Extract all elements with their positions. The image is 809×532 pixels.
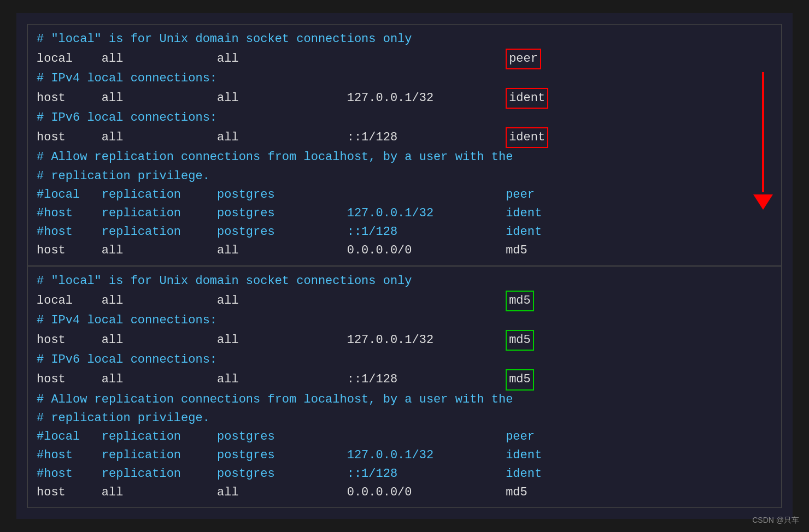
code-line: # "local" is for Unix domain socket conn… [37,272,772,291]
comment-text: # replication privilege. [37,411,210,425]
col-database: all [102,486,217,499]
panel-bottom: # "local" is for Unix domain socket conn… [27,266,782,508]
col-type: host [37,486,102,499]
col-database: replication [102,467,217,481]
col-type: #local [37,430,102,444]
col-auth-highlighted: md5 [506,291,534,311]
col-user: postgres [217,448,347,462]
comment-text: # IPv4 local connections: [37,72,217,85]
arrow-indicator [753,72,773,210]
code-line: # Allow replication connections from loc… [37,148,772,167]
col-auth-highlighted: md5 [506,330,534,351]
code-line: #host replication postgres ::1/128 ident [37,465,772,483]
col-address: 127.0.0.1/32 [347,206,506,220]
col-auth: ident [506,467,542,481]
col-database: replication [102,430,217,444]
col-type: local [37,294,102,308]
col-auth-highlighted: md5 [506,369,534,390]
comment-text: # IPv4 local connections: [37,314,217,327]
col-type: host [37,373,102,386]
col-address: 127.0.0.1/32 [347,448,506,462]
code-line: host all all 0.0.0.0/0 md5 [37,241,772,260]
col-user: all [217,373,347,386]
code-line: # "local" is for Unix domain socket conn… [37,30,772,49]
code-line: # IPv4 local connections: [37,69,772,88]
col-type: #host [37,225,102,239]
code-line: # IPv6 local connections: [37,351,772,369]
col-auth: md5 [506,244,527,257]
col-address: ::1/128 [347,225,506,239]
col-auth: ident [506,206,542,220]
code-line: #host replication postgres 127.0.0.1/32 … [37,446,772,465]
col-address: ::1/128 [347,467,506,481]
comment-text: # IPv6 local connections: [37,353,217,367]
col-user: all [217,486,347,499]
code-line: local all all peer [37,49,772,69]
code-line: # IPv6 local connections: [37,109,772,127]
col-address: ::1/128 [347,373,506,386]
watermark: CSDN @只车 [752,516,799,525]
code-line: host all all ::1/128 md5 [37,369,772,390]
col-auth: ident [506,225,542,239]
col-type: #host [37,467,102,481]
col-user: all [217,52,347,66]
code-line: #host replication postgres ::1/128 ident [37,223,772,241]
col-type: host [37,333,102,347]
code-line: host all all 0.0.0.0/0 md5 [37,483,772,502]
col-database: replication [102,225,217,239]
col-auth-highlighted: ident [506,127,548,148]
code-line: # replication privilege. [37,167,772,186]
col-database: all [102,91,217,105]
comment-text: # replication privilege. [37,169,210,183]
col-address: 0.0.0.0/0 [347,486,506,499]
code-line: host all all ::1/128 ident [37,127,772,148]
comment-text: # "local" is for Unix domain socket conn… [37,274,412,288]
col-user: postgres [217,225,347,239]
col-auth: md5 [506,486,527,499]
col-address [347,52,506,66]
col-auth: peer [506,188,535,202]
arrow-head [753,194,773,210]
col-type: host [37,244,102,257]
comment-text: # IPv6 local connections: [37,111,217,125]
col-user: postgres [217,206,347,220]
col-address [347,188,506,202]
col-auth-highlighted: peer [506,49,541,69]
code-line: # IPv4 local connections: [37,311,772,330]
code-line: host all all 127.0.0.1/32 ident [37,88,772,109]
col-address: ::1/128 [347,131,506,144]
comment-text: # "local" is for Unix domain socket conn… [37,32,412,46]
col-address: 127.0.0.1/32 [347,333,506,347]
col-type: #host [37,448,102,462]
col-user: postgres [217,467,347,481]
col-user: all [217,294,347,308]
col-user: postgres [217,188,347,202]
col-database: all [102,333,217,347]
code-line: #local replication postgres peer [37,428,772,446]
col-database: all [102,373,217,386]
col-address: 127.0.0.1/32 [347,91,506,105]
code-line: local all all md5 [37,291,772,311]
col-database: all [102,294,217,308]
col-auth: peer [506,430,535,444]
col-user: all [217,91,347,105]
col-database: replication [102,206,217,220]
col-user: all [217,244,347,257]
col-type: #host [37,206,102,220]
col-user: all [217,131,347,144]
col-type: local [37,52,102,66]
arrow-line [762,72,764,192]
main-container: # "local" is for Unix domain socket conn… [16,13,793,519]
col-database: all [102,52,217,66]
col-address [347,430,506,444]
col-database: replication [102,188,217,202]
col-database: replication [102,448,217,462]
comment-text: # Allow replication connections from loc… [37,393,513,406]
code-line: #local replication postgres peer [37,186,772,204]
col-database: all [102,131,217,144]
col-type: host [37,131,102,144]
code-line: #host replication postgres 127.0.0.1/32 … [37,204,772,223]
comment-text: # Allow replication connections from loc… [37,150,513,164]
code-line: host all all 127.0.0.1/32 md5 [37,330,772,351]
col-user: postgres [217,430,347,444]
